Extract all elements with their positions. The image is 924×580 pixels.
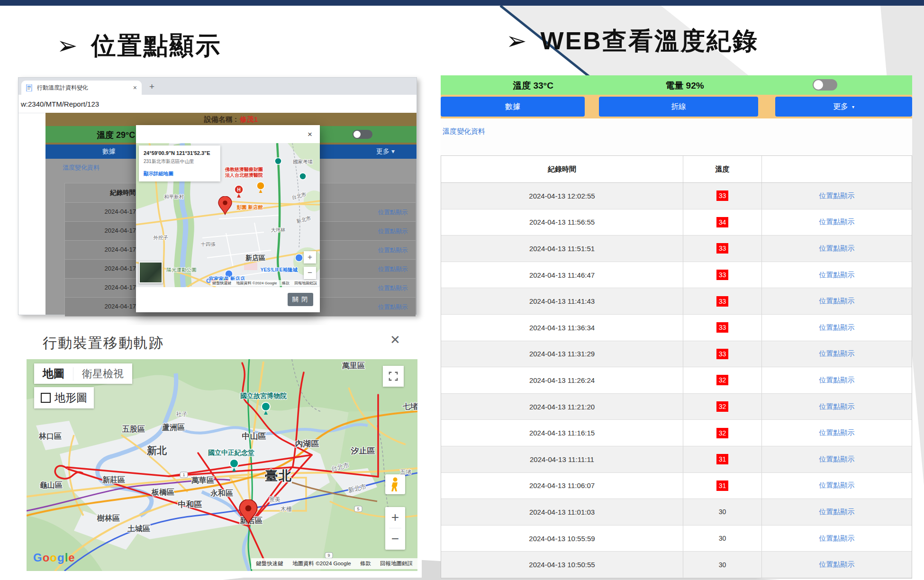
zoom-in-button[interactable]: + [385,507,405,528]
temp-alert-badge: 33 [716,349,729,359]
tab-close-icon[interactable]: × [133,84,137,91]
popup-close-button[interactable]: 關閉 [288,293,313,306]
location-link[interactable]: 位置點顯示 [819,428,855,437]
map-label: 新北 [147,444,167,457]
attribution-report[interactable]: 回報地圖錯誤 [380,561,413,566]
temp-cell: 31 [683,473,762,499]
slide: ➢位置點顯示 ➢WEB查看溫度紀錄 行動溫度計資料變化 × + w:2340/M… [0,0,924,580]
attribution-keyboard[interactable]: 鍵盤快速鍵 [212,281,231,285]
browser-window: 行動溫度計資料變化 × + w:2340/MTM/Report/123 設備名稱… [18,77,417,315]
address-bar[interactable]: w:2340/MTM/Report/123 [18,95,417,113]
track-panel-close-icon[interactable]: ✕ [390,333,400,347]
location-link[interactable]: 位置點顯示 [349,227,436,236]
temp-cell: 33 [683,288,762,314]
map-label: 木柵 [281,505,292,513]
page-favicon [26,84,33,91]
location-link[interactable]: 位置點顯示 [819,508,855,517]
zoom-in-button[interactable]: + [304,251,316,263]
line-chart-button[interactable]: 折線 [599,97,758,117]
temp-data-link[interactable]: 溫度變化資料 [443,127,485,136]
location-link[interactable]: 位置點顯示 [819,191,855,200]
record-time: 2024-04-13 11:01:03 [441,499,683,525]
temp-alert-badge: 31 [716,480,729,491]
chevron-down-icon: ▾ [852,104,854,109]
map-label: 景美 [269,496,281,504]
location-link[interactable]: 位置點顯示 [349,303,436,311]
zoom-out-button[interactable]: − [304,267,316,279]
attribution-terms[interactable]: 條款 [282,281,290,285]
new-tab-icon[interactable]: + [149,82,154,92]
pegman-button[interactable] [385,474,405,494]
map-label: 萬華區 [191,476,214,486]
map-label: 十四張 [200,241,216,248]
satellite-thumbnail[interactable] [139,262,163,283]
attribution-keyboard[interactable]: 鍵盤快速鍵 [256,561,283,566]
link-cell: 位置點顯示 [762,236,912,262]
record-time: 2024-04-13 11:46:47 [441,262,683,288]
location-link[interactable]: 位置點顯示 [819,297,855,306]
location-link[interactable]: 位置點顯示 [819,534,855,543]
more-button[interactable]: 更多▾ [775,97,912,117]
temp-alert-badge: 33 [716,296,729,307]
track-map[interactable]: 1 5 9 萬里區國立故宮博物院七堵社子蘆洲區五股區林口區中山區內湖區汐止區新北… [27,359,417,571]
record-date: 2024-04-17 [65,284,136,291]
temp-cell: 32 [683,420,762,446]
map-type-satellite-button[interactable]: 衛星檢視 [73,367,132,381]
record-date: 2024-04-17 [65,265,136,272]
record-date: 2024-04-17 [65,227,136,234]
record-time: 2024-04-13 10:55:59 [441,526,683,552]
map-label: 龜山區 [40,480,63,490]
terrain-toggle[interactable]: 地形圖 [34,387,94,408]
map-label: 新店區 [245,254,265,263]
link-cell: 位置點顯示 [762,446,912,472]
location-link[interactable]: 位置點顯示 [819,244,855,253]
temp-data-link[interactable]: 溫度變化資料 [63,163,100,172]
table-row: 2024-04-13 11:16:1532位置點顯示 [441,420,912,446]
link-cell: 位置點顯示 [762,526,912,552]
location-link[interactable]: 位置點顯示 [819,481,855,490]
map-label: 林口區 [39,432,62,442]
temp-alert-badge: 33 [716,190,729,201]
table-row: 2024-04-13 11:06:0731位置點顯示 [441,473,912,499]
map-label: 陽光運動公園 [167,267,197,273]
terrain-checkbox[interactable] [41,393,51,403]
temp-value: 30 [719,508,726,516]
map-type-map-button[interactable]: 地圖 [34,366,73,381]
tab-title: 行動溫度計資料變化 [37,84,130,92]
location-link[interactable]: 位置點顯示 [819,349,855,358]
browser-tab[interactable]: 行動溫度計資料變化 × [21,81,142,95]
location-link[interactable]: 位置點顯示 [819,560,855,569]
popup-close-icon[interactable]: × [308,130,312,139]
location-link[interactable]: 位置點顯示 [819,455,855,464]
link-cell: 位置點顯示 [762,209,912,236]
temperature-table: 紀錄時間 溫度 2024-04-13 12:02:5533位置點顯示2024-0… [441,155,912,579]
link-row: 溫度變化資料 [441,118,912,155]
temperature-value: 溫度 29°C [97,129,135,141]
location-link[interactable]: 位置點顯示 [819,376,855,385]
map-info-card: 24°59'00.9"N 121°31'52.3"E 231新北市新店區中山里 … [139,145,220,181]
toggle-switch[interactable] [813,79,837,91]
attribution-report[interactable]: 回報地圖錯誤 [294,281,317,285]
data-button[interactable]: 數據 [441,97,585,117]
table-row: 2024-04-13 11:36:3433位置點顯示 [441,315,912,341]
location-link[interactable]: 位置點顯示 [819,402,855,411]
toggle-switch[interactable] [353,130,372,139]
popup-map[interactable]: H 國家考場佛教慈濟醫療財團法人台北慈濟醫院和平新村台北市彭園 新店館新北市大坪… [136,143,320,287]
attribution-terms[interactable]: 條款 [360,561,371,566]
temp-cell: 33 [683,236,762,262]
location-link[interactable]: 位置點顯示 [349,246,436,254]
detail-map-link[interactable]: 顯示詳細地圖 [144,171,216,177]
location-link[interactable]: 位置點顯示 [349,265,436,273]
slide-top-bar [0,0,924,6]
zoom-out-button[interactable]: − [385,528,405,549]
data-button[interactable]: 數據 [102,147,116,156]
map-label: 新莊區 [102,475,125,485]
more-button[interactable]: 更多 ▾ [376,147,395,156]
location-link[interactable]: 位置點顯示 [349,284,436,292]
location-link[interactable]: 位置點顯示 [819,271,855,280]
fullscreen-button[interactable] [383,366,404,387]
table-header-row: 紀錄時間 溫度 [441,156,912,183]
location-link[interactable]: 位置點顯示 [819,218,855,227]
location-link[interactable]: 位置點顯示 [819,323,855,332]
location-link[interactable]: 位置點顯示 [349,208,436,217]
